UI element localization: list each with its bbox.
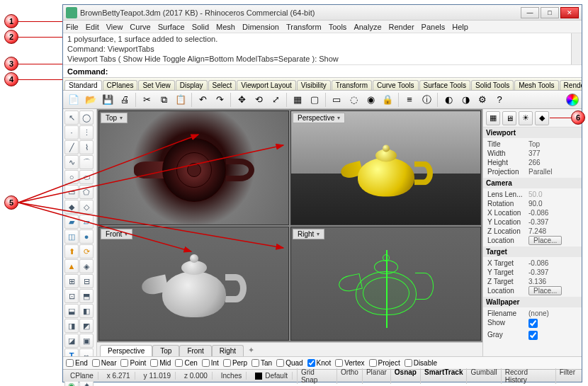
lasso-icon[interactable]: ◯ xyxy=(79,110,94,125)
toolbar-tab-standard[interactable]: Standard xyxy=(64,80,102,90)
show-icon[interactable]: ◉ xyxy=(363,92,378,108)
surface-icon[interactable]: ▰ xyxy=(64,215,79,229)
points-icon[interactable]: ⋮ xyxy=(79,125,94,140)
extrude-icon[interactable]: ⬆ xyxy=(64,244,79,259)
tool-icon[interactable]: ⊟ xyxy=(79,274,94,288)
layers-icon[interactable]: ≡ xyxy=(402,92,417,108)
tool-icon[interactable]: ⬒ xyxy=(79,289,94,303)
viewport-front[interactable]: Front xyxy=(98,227,289,341)
print-icon[interactable]: 🖨 xyxy=(117,92,132,108)
tool-icon[interactable]: ◇ xyxy=(79,200,94,214)
osnap-cen-checkbox[interactable] xyxy=(175,359,183,367)
panel-tab-render-icon[interactable]: ◆ xyxy=(535,111,549,125)
osnap-cen[interactable]: Cen xyxy=(175,359,197,367)
status-toggle-filter[interactable]: Filter xyxy=(555,368,579,384)
osnap-knot-checkbox[interactable] xyxy=(307,359,315,367)
viewport-tab-right[interactable]: Right xyxy=(212,345,244,356)
pointer-icon[interactable]: ↖ xyxy=(64,110,79,125)
prop-ztarget-value[interactable]: 3.136 xyxy=(528,278,577,285)
osnap-mid-checkbox[interactable] xyxy=(150,359,158,367)
viewport-title-right[interactable]: Right xyxy=(293,229,324,239)
redo-icon[interactable]: ↷ xyxy=(212,92,227,108)
line-icon[interactable]: ╱ xyxy=(64,140,79,154)
surface2-icon[interactable]: ▱ xyxy=(79,215,94,229)
prop-xlocation-value[interactable]: -0.086 xyxy=(528,209,577,217)
osnap-knot[interactable]: Knot xyxy=(307,359,332,367)
status-layer[interactable]: Default xyxy=(251,372,293,380)
osnap-disable-checkbox[interactable] xyxy=(405,359,412,367)
menu-view[interactable]: View xyxy=(106,23,123,31)
toolbar-tab-surfacetools[interactable]: Surface Tools xyxy=(419,80,470,90)
circle-icon[interactable]: ○ xyxy=(64,170,79,184)
prop-title-value[interactable]: Top xyxy=(528,140,577,148)
toolbar-tab-meshtools[interactable]: Mesh Tools xyxy=(514,80,558,90)
revolve-icon[interactable]: ⟳ xyxy=(79,244,94,259)
osnap-tan-checkbox[interactable] xyxy=(251,359,259,367)
osnap-int[interactable]: Int xyxy=(202,359,219,367)
scale-icon[interactable]: ⤢ xyxy=(268,92,283,108)
toolbar-tab-curvetools[interactable]: Curve Tools xyxy=(373,80,419,90)
point-icon[interactable]: · xyxy=(64,125,79,140)
arc-icon[interactable]: ⌒ xyxy=(79,155,94,169)
prop-location-place-button[interactable]: Place... xyxy=(528,236,562,245)
lock-icon[interactable]: 🔒 xyxy=(380,92,395,108)
osnap-point[interactable]: Point xyxy=(120,359,146,367)
osnap-mid[interactable]: Mid xyxy=(150,359,171,367)
menu-curve[interactable]: Curve xyxy=(130,23,150,31)
polyline-icon[interactable]: ⌇ xyxy=(79,140,94,154)
tool-icon[interactable]: ⊡ xyxy=(64,289,79,303)
osnap-project[interactable]: Project xyxy=(369,359,400,367)
tool-icon[interactable]: ◩ xyxy=(79,319,94,333)
tool-icon[interactable]: ⊞ xyxy=(64,274,79,288)
tool-icon[interactable]: ◧ xyxy=(79,304,94,318)
tool-icon[interactable]: ⬓ xyxy=(64,304,79,318)
status-toggle-gumball[interactable]: Gumball xyxy=(466,368,500,384)
ungroup-icon[interactable]: ▢ xyxy=(307,92,322,108)
menu-render[interactable]: Render xyxy=(389,23,414,31)
viewport-tab-add[interactable]: ✦ xyxy=(244,344,259,356)
panel-tab-sun-icon[interactable]: ☀ xyxy=(519,111,533,125)
osnap-quad-checkbox[interactable] xyxy=(276,359,284,367)
prop-height-value[interactable]: 266 xyxy=(528,159,577,166)
copy-icon[interactable]: ⧉ xyxy=(156,92,171,108)
status-units[interactable]: Inches xyxy=(217,372,247,380)
osnap-project-checkbox[interactable] xyxy=(369,359,377,367)
command-input[interactable] xyxy=(111,67,577,76)
menu-help[interactable]: Help xyxy=(452,23,468,31)
status-cplane[interactable]: CPlane xyxy=(66,372,98,380)
viewport-tab-top[interactable]: Top xyxy=(152,345,179,356)
save-file-icon[interactable]: 💾 xyxy=(100,92,115,108)
prop-ylocation-value[interactable]: -0.397 xyxy=(528,218,577,226)
menu-dimension[interactable]: Dimension xyxy=(242,23,279,31)
titlebar[interactable]: BrownBettyTeapot.3dm (2017 KB) - Rhinoce… xyxy=(63,5,582,21)
status-toggle-ortho[interactable]: Ortho xyxy=(337,368,362,384)
command-history[interactable]: 1 polysurface, 1 surface added to select… xyxy=(63,33,582,65)
tool-icon[interactable]: ◨ xyxy=(64,319,79,333)
osnap-end[interactable]: End xyxy=(66,359,88,367)
osnap-vertex[interactable]: Vertex xyxy=(335,359,364,367)
osnap-vertex-checkbox[interactable] xyxy=(335,359,343,367)
color-wheel-icon[interactable] xyxy=(566,93,579,106)
select-icon[interactable]: ▭ xyxy=(329,92,344,108)
status-toggle-osnap[interactable]: Osnap xyxy=(390,368,420,384)
menu-file[interactable]: File xyxy=(66,23,79,31)
osnap-int-checkbox[interactable] xyxy=(202,359,210,367)
toolbar-tab-visibility[interactable]: Visibility xyxy=(297,80,331,90)
viewport-top[interactable]: Top xyxy=(98,110,289,225)
tool-icon[interactable]: ◈ xyxy=(79,259,94,273)
toolbar-tab-solidtools[interactable]: Solid Tools xyxy=(471,80,514,90)
menu-panels[interactable]: Panels xyxy=(422,23,446,31)
viewport-perspective[interactable]: Perspective xyxy=(290,110,481,225)
undo-icon[interactable]: ↶ xyxy=(195,92,210,108)
osnap-near[interactable]: Near xyxy=(92,359,117,367)
menu-edit[interactable]: Edit xyxy=(86,23,99,31)
osnap-point-checkbox[interactable] xyxy=(120,359,128,367)
curve-icon[interactable]: ∿ xyxy=(64,155,79,169)
prop-rotation-value[interactable]: 90.0 xyxy=(528,200,577,208)
toolbar-tab-display[interactable]: Display xyxy=(176,80,208,90)
viewport-tab-front[interactable]: Front xyxy=(179,345,211,356)
panel-tab-display-icon[interactable]: 🖥 xyxy=(502,111,516,125)
open-file-icon[interactable]: 📂 xyxy=(83,92,98,108)
menu-solid[interactable]: Solid xyxy=(192,23,209,31)
osnap-perp-checkbox[interactable] xyxy=(223,359,231,367)
